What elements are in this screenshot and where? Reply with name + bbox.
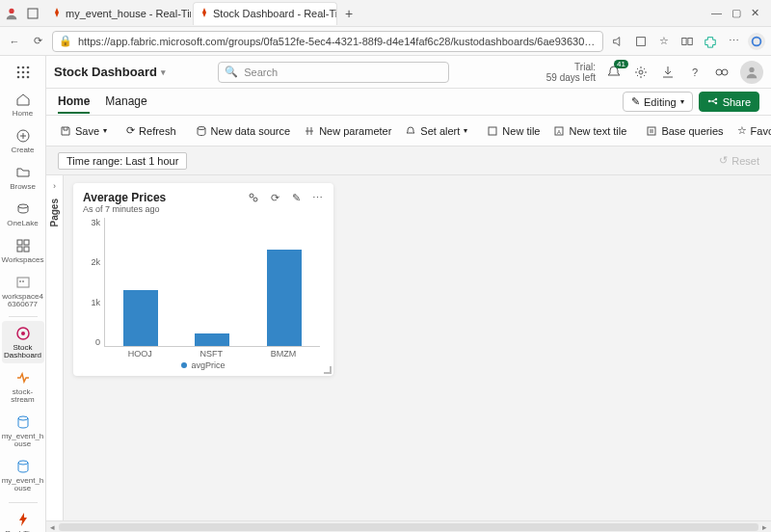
nav-event-house-2[interactable]: my_event_house xyxy=(2,454,44,496)
queries-icon xyxy=(646,125,657,137)
pages-panel-toggle[interactable]: › Pages xyxy=(46,175,64,520)
svg-point-35 xyxy=(198,126,205,129)
chevron-down-icon: ▾ xyxy=(464,126,467,135)
nav-create[interactable]: Create xyxy=(2,123,44,158)
more-icon[interactable]: ⋯ xyxy=(725,33,742,50)
svg-rect-20 xyxy=(24,247,29,252)
svg-point-7 xyxy=(21,66,24,69)
collections-icon[interactable] xyxy=(678,33,696,50)
horizontal-scrollbar[interactable]: ◂ ▸ xyxy=(46,520,771,532)
tab-actions-icon[interactable] xyxy=(25,6,40,21)
bar xyxy=(123,290,158,346)
new-text-tile-button[interactable]: ANew text tile xyxy=(547,121,632,141)
chevron-down-icon: ▾ xyxy=(103,126,107,135)
svg-point-14 xyxy=(26,76,29,79)
nav-browse[interactable]: Browse xyxy=(2,160,44,195)
help-button[interactable]: ? xyxy=(686,64,704,81)
feedback-button[interactable] xyxy=(713,64,731,81)
ext-puzzle-icon[interactable] xyxy=(702,33,719,50)
more-tile-icon[interactable]: ⋯ xyxy=(310,191,324,204)
tab-home[interactable]: Home xyxy=(58,91,90,114)
favorites-icon[interactable]: ☆ xyxy=(655,33,673,50)
read-aloud-icon[interactable] xyxy=(609,33,626,50)
page-title: Stock Dashboard xyxy=(54,65,157,79)
tile-icon xyxy=(487,125,498,137)
back-button[interactable]: ← xyxy=(6,33,23,50)
nav-real-time-intelligence[interactable]: Real-Time Intelligence xyxy=(2,507,44,532)
nav-onelake[interactable]: OneLake xyxy=(2,197,44,231)
eventstream-icon xyxy=(14,369,32,386)
new-tile-button[interactable]: New tile xyxy=(481,121,545,141)
notifications-button[interactable]: 41 xyxy=(605,64,623,81)
tab-favicon xyxy=(199,8,209,19)
browser-tabs: my_event_house - Real-Time Inte × Stock … xyxy=(46,0,698,26)
tile-average-prices[interactable]: Average Prices As of 7 minutes ago ⟳ ✎ ⋯ xyxy=(73,183,333,376)
editing-mode-button[interactable]: ✎ Editing ▾ xyxy=(623,92,693,112)
home-icon xyxy=(14,91,32,108)
search-input[interactable]: 🔍 Search xyxy=(218,62,449,83)
svg-point-16 xyxy=(18,204,28,208)
time-range-chip[interactable]: Time range: Last 1 hour xyxy=(58,152,187,170)
share-button[interactable]: Share xyxy=(699,92,759,112)
nav-workspace-current[interactable]: workspace46360677 xyxy=(2,270,44,312)
user-avatar[interactable] xyxy=(740,61,763,84)
svg-point-29 xyxy=(716,69,722,75)
waffle-button[interactable] xyxy=(2,60,44,85)
plus-circle-icon xyxy=(14,127,32,145)
resize-handle[interactable] xyxy=(324,366,332,374)
scroll-left-icon[interactable]: ◂ xyxy=(50,522,55,532)
refresh-button[interactable]: ⟳Refresh xyxy=(120,120,182,141)
chevron-down-icon: ▾ xyxy=(161,67,166,77)
new-parameter-button[interactable]: New parameter xyxy=(298,121,397,141)
close-window-icon[interactable]: ✕ xyxy=(751,7,759,19)
refresh-tile-icon[interactable]: ⟳ xyxy=(268,191,281,204)
pages-label: Pages xyxy=(49,199,60,226)
browser-tab[interactable]: Stock Dashboard - Real-Time Inte × xyxy=(193,2,337,25)
nav-stock-stream[interactable]: stock-stream xyxy=(2,365,44,408)
explore-data-icon[interactable] xyxy=(247,191,260,204)
pencil-icon: ✎ xyxy=(631,95,640,108)
settings-button[interactable] xyxy=(632,64,650,81)
dashboard-canvas[interactable]: Average Prices As of 7 minutes ago ⟳ ✎ ⋯ xyxy=(64,175,771,520)
svg-point-32 xyxy=(714,97,716,99)
reload-button[interactable]: ⟳ xyxy=(29,33,46,50)
bar xyxy=(267,250,302,346)
extensions-icon[interactable] xyxy=(632,33,650,50)
svg-rect-1 xyxy=(28,9,38,18)
refresh-icon: ⟳ xyxy=(126,124,135,137)
set-alert-button[interactable]: Set alert▾ xyxy=(399,121,473,141)
svg-point-5 xyxy=(753,37,761,45)
svg-point-6 xyxy=(16,66,19,69)
workspace-icon xyxy=(14,274,32,291)
copilot-icon[interactable] xyxy=(748,33,765,50)
new-data-source-button[interactable]: New data source xyxy=(190,121,297,141)
database-icon xyxy=(14,413,32,431)
new-tab-button[interactable]: + xyxy=(339,6,359,21)
nav-home[interactable]: Home xyxy=(2,87,44,121)
save-button[interactable]: Save▾ xyxy=(54,121,113,141)
download-button[interactable] xyxy=(659,64,677,81)
profile-icon[interactable] xyxy=(4,6,19,21)
scroll-right-icon[interactable]: ▸ xyxy=(762,522,767,532)
address-bar[interactable]: 🔒 https://app.fabric.microsoft.com/group… xyxy=(52,31,603,52)
minimize-icon[interactable]: — xyxy=(711,7,722,19)
tab-manage[interactable]: Manage xyxy=(105,91,146,114)
maximize-icon[interactable]: ▢ xyxy=(731,7,741,19)
bolt-icon xyxy=(14,511,32,528)
base-queries-button[interactable]: Base queries xyxy=(640,121,729,141)
favorite-button[interactable]: ☆Favorite xyxy=(731,120,771,141)
svg-rect-36 xyxy=(489,127,496,135)
nav-event-house-1[interactable]: my_event_house xyxy=(2,410,44,452)
dashboard-title-dropdown[interactable]: Stock Dashboard ▾ xyxy=(54,65,166,79)
reset-button[interactable]: ↺ Reset xyxy=(719,154,759,167)
edit-tile-icon[interactable]: ✎ xyxy=(289,191,303,204)
nav-workspaces[interactable]: Workspaces xyxy=(2,233,44,268)
browser-tab[interactable]: my_event_house - Real-Time Inte × xyxy=(46,2,191,25)
svg-rect-17 xyxy=(17,240,22,245)
svg-point-25 xyxy=(21,332,25,335)
svg-rect-3 xyxy=(682,38,686,44)
nav-stock-dashboard[interactable]: Stock Dashboard xyxy=(2,321,44,363)
tile-subtitle: As of 7 minutes ago xyxy=(83,204,166,214)
svg-rect-19 xyxy=(17,247,22,252)
svg-rect-2 xyxy=(637,37,646,45)
